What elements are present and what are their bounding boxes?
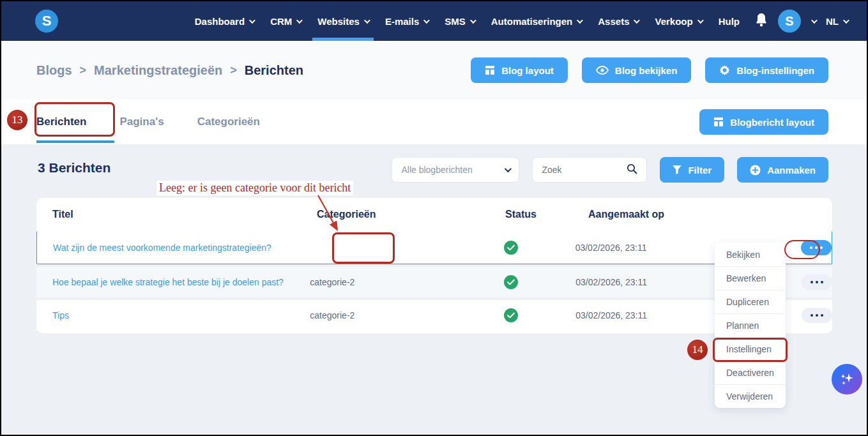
nav-right-group: S NL: [755, 10, 848, 33]
table-row[interactable]: Tips categorie-2 03/02/2026, 23:11: [36, 297, 832, 331]
bell-icon[interactable]: [755, 13, 768, 29]
annotation-box-empty-category: [332, 232, 395, 264]
annotation-arrow: [307, 193, 345, 236]
chevron-down-icon: [470, 17, 476, 24]
breadcrumb-current: Berichten: [245, 63, 303, 78]
search-icon: [627, 163, 637, 176]
layout-icon: [485, 65, 495, 75]
chevron-down-icon: [505, 165, 512, 172]
menu-item-plannen[interactable]: Plannen: [715, 313, 786, 337]
blogposts-table: Titel Categorieën Status Aangemaakt op W…: [36, 198, 832, 333]
breadcrumb-separator: >: [80, 64, 87, 77]
chevron-down-icon: [697, 17, 704, 24]
create-button[interactable]: Aanmaken: [737, 157, 828, 183]
chevron-down-icon: [843, 17, 849, 24]
menu-item-bewerken[interactable]: Bewerken: [715, 266, 786, 290]
breadcrumb-band: Blogs > Marketingstrategieën > Berichten…: [1, 41, 867, 100]
layout-icon: [713, 117, 724, 127]
breadcrumb-blog[interactable]: Marketingstrategieën: [94, 63, 222, 78]
row-actions-button[interactable]: [802, 308, 832, 323]
nav-item-sms[interactable]: SMS: [445, 1, 475, 41]
menu-item-verwijderen[interactable]: Verwijderen: [715, 384, 786, 408]
annotation-box-instellingen: [713, 338, 788, 362]
menu-item-dupliceren[interactable]: Dupliceren: [715, 290, 786, 313]
eye-icon: [596, 66, 609, 75]
annotation-step-14: 14: [687, 340, 708, 360]
assistant-fab[interactable]: [832, 364, 862, 395]
chevron-down-icon: [296, 17, 303, 24]
post-title-link[interactable]: Tips: [52, 310, 69, 320]
chevron-down-icon: [634, 17, 640, 24]
column-header-status: Status: [469, 209, 588, 220]
app-window: S Dashboard CRM Websites E-mails SMS Aut…: [0, 0, 868, 436]
breadcrumb-blogs[interactable]: Blogs: [36, 63, 72, 78]
chevron-down-icon: [364, 17, 370, 24]
blogpost-filter-select[interactable]: Alle blogberichten: [392, 157, 519, 183]
breadcrumb-separator: >: [230, 64, 237, 77]
tabs-strip: Berichten Pagina's Categorieën Blogberic…: [1, 100, 867, 144]
annotation-box-berichten-tab: [34, 102, 115, 137]
locale-switcher[interactable]: NL: [826, 16, 848, 27]
table-row[interactable]: Hoe bepaal je welke strategie het beste …: [36, 264, 832, 297]
chevron-down-icon: [423, 17, 430, 24]
blog-view-button[interactable]: Blog bekijken: [582, 57, 692, 83]
chevron-down-icon[interactable]: [811, 17, 818, 24]
status-published-icon: [504, 275, 518, 289]
active-tab-underline: [36, 140, 114, 143]
nav-item-hulp[interactable]: Hulp: [719, 1, 740, 41]
table-row[interactable]: Wat zijn de meest voorkomende marketings…: [36, 231, 832, 264]
filter-button[interactable]: Filter: [660, 157, 724, 183]
annotation-step-13: 13: [7, 110, 27, 130]
tab-categorieen[interactable]: Categorieën: [197, 116, 260, 128]
nav-item-dashboard[interactable]: Dashboard: [195, 1, 254, 41]
search-input[interactable]: [542, 165, 618, 175]
status-published-icon: [504, 241, 518, 255]
status-published-icon: [504, 308, 518, 322]
breadcrumb: Blogs > Marketingstrategieën > Berichten: [36, 63, 303, 78]
nav-item-automatiseringen[interactable]: Automatiseringen: [491, 1, 582, 41]
post-category: categorie-2: [310, 310, 458, 320]
nav-item-verkoop[interactable]: Verkoop: [655, 1, 701, 41]
blog-settings-button[interactable]: Blog-instellingen: [705, 57, 828, 83]
search-box[interactable]: [532, 157, 647, 183]
post-created-at: 03/02/2026, 23:11: [575, 310, 725, 320]
row-actions-button[interactable]: [802, 274, 832, 290]
post-category: categorie-2: [310, 277, 458, 287]
post-created-at: 03/02/2026, 23:11: [575, 277, 725, 287]
nav-menu: Dashboard CRM Websites E-mails SMS Autom…: [195, 1, 740, 41]
column-header-aangemaakt: Aangemaakt op: [588, 209, 742, 220]
blog-layout-button[interactable]: Blog layout: [471, 57, 568, 83]
annotation-box-actions-button: [784, 240, 820, 259]
post-created-at: 03/02/2026, 23:11: [575, 243, 724, 253]
chevron-down-icon: [249, 17, 255, 24]
sparkles-icon: [839, 371, 855, 387]
list-controls: Alle blogberichten Filter Aanmaken: [392, 157, 828, 183]
gear-icon: [719, 65, 730, 76]
brand-logo[interactable]: S: [35, 10, 58, 33]
header-actions: Blog layout Blog bekijken Blog-instellin…: [471, 57, 828, 83]
avatar[interactable]: S: [778, 10, 801, 33]
post-title-link[interactable]: Wat zijn de meest voorkomende marketings…: [53, 243, 271, 253]
blogpost-layout-button[interactable]: Blogbericht layout: [699, 109, 828, 135]
post-title-link[interactable]: Hoe bepaal je welke strategie het beste …: [52, 277, 284, 287]
nav-item-assets[interactable]: Assets: [598, 1, 638, 41]
page-title: 3 Berichten: [38, 160, 110, 176]
plus-circle-icon: [750, 165, 761, 176]
column-header-titel: Titel: [36, 209, 317, 220]
funnel-icon: [673, 165, 681, 174]
menu-item-deactiveren[interactable]: Deactiveren: [715, 361, 786, 384]
nav-item-emails[interactable]: E-mails: [385, 1, 428, 41]
tab-paginas[interactable]: Pagina's: [119, 116, 164, 128]
row-context-menu: Bekijken Bewerken Dupliceren Plannen Ins…: [715, 243, 786, 408]
nav-item-websites[interactable]: Websites: [317, 1, 369, 41]
top-navbar: S Dashboard CRM Websites E-mails SMS Aut…: [1, 1, 867, 41]
nav-item-crm[interactable]: CRM: [270, 1, 301, 41]
menu-item-bekijken[interactable]: Bekijken: [715, 243, 786, 266]
table-header-row: Titel Categorieën Status Aangemaakt op: [36, 198, 832, 231]
chevron-down-icon: [577, 17, 583, 24]
